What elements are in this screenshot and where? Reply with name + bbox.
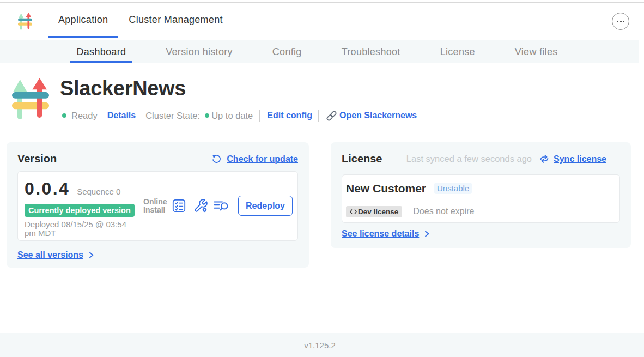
subnav-tab-version-history[interactable]: Version history xyxy=(159,40,239,63)
license-type-label: Dev license xyxy=(358,208,398,216)
navbar-spacer xyxy=(233,3,612,40)
config-wrench-icon[interactable] xyxy=(193,198,208,213)
deployed-timestamp: Deployed 08/15/25 @ 03:54 pm MDT xyxy=(25,220,133,238)
subnav-license-label: License xyxy=(440,46,475,58)
app-header: SlackerNews Ready Details Cluster State:… xyxy=(0,63,644,122)
subnav-tab-dashboard[interactable]: Dashboard xyxy=(70,40,132,63)
app-status-dot xyxy=(62,113,66,118)
deploy-logs-icon[interactable] xyxy=(213,199,230,213)
top-navbar: Application Cluster Management xyxy=(0,3,644,40)
overflow-menu-button[interactable] xyxy=(612,13,629,30)
install-type-label: Online Install xyxy=(143,198,165,215)
redeploy-button[interactable]: Redeploy xyxy=(238,196,293,216)
channel-badge: Unstable xyxy=(434,183,472,194)
version-card-title: Version xyxy=(17,153,57,165)
license-panel: New Customer Unstable Dev license Does n… xyxy=(342,174,620,223)
license-expiry: Does not expire xyxy=(413,207,474,216)
ellipsis-icon xyxy=(617,21,618,22)
subnav-tab-config[interactable]: Config xyxy=(266,40,308,63)
slackernews-logo-icon xyxy=(18,13,32,30)
subnav-tab-view-files[interactable]: View files xyxy=(508,40,564,63)
subnav-version-history-label: Version history xyxy=(166,46,233,58)
app-logo[interactable] xyxy=(18,3,32,40)
subnav-dashboard-label: Dashboard xyxy=(76,46,126,58)
status-divider xyxy=(259,110,260,122)
app-subnav: Dashboard Version history Config Trouble… xyxy=(0,40,639,63)
check-for-update-link[interactable]: Check for update xyxy=(227,154,298,164)
license-card-title: License xyxy=(342,153,382,165)
tab-cluster-management[interactable]: Cluster Management xyxy=(118,3,233,40)
version-number: 0.0.4 xyxy=(25,179,70,199)
see-license-details-link[interactable]: See license details xyxy=(342,229,419,239)
dashboard-cards: Version Check for update 0.0.4 Sequence … xyxy=(7,142,631,268)
code-icon xyxy=(350,209,357,215)
page-title: SlackerNews xyxy=(60,78,417,100)
status-details-link[interactable]: Details xyxy=(107,111,136,120)
tab-cluster-management-label: Cluster Management xyxy=(129,14,222,26)
version-sequence: Sequence 0 xyxy=(77,187,120,196)
footer: v1.125.2 xyxy=(0,333,644,357)
license-card: License Last synced a few seconds ago Sy… xyxy=(331,142,631,248)
tab-application-label: Application xyxy=(58,14,108,26)
sync-icon xyxy=(539,154,549,164)
sync-license-link[interactable]: Sync license xyxy=(554,154,606,164)
cluster-state-dot xyxy=(205,113,209,118)
chevron-right-icon xyxy=(88,251,95,259)
subnav-config-label: Config xyxy=(272,46,302,58)
preflight-checks-icon[interactable] xyxy=(172,198,186,213)
last-synced-label: Last synced a few seconds ago xyxy=(406,154,532,164)
chevron-right-icon xyxy=(423,230,430,238)
license-type-badge: Dev license xyxy=(346,206,402,217)
open-app-link[interactable]: Open Slackernews xyxy=(339,111,417,120)
app-icon xyxy=(12,78,49,119)
main-content: SlackerNews Ready Details Cluster State:… xyxy=(0,63,644,268)
version-card: Version Check for update 0.0.4 Sequence … xyxy=(7,142,309,268)
app-status-row: Ready Details Cluster State: Up to date … xyxy=(60,110,417,122)
tab-application[interactable]: Application xyxy=(48,3,118,40)
status-divider-2 xyxy=(318,110,319,122)
subnav-tab-troubleshoot[interactable]: Troubleshoot xyxy=(335,40,407,63)
edit-config-link[interactable]: Edit config xyxy=(267,111,312,120)
customer-name: New Customer xyxy=(346,182,426,195)
app-status-label: Ready xyxy=(71,111,98,121)
top-nav-tabs: Application Cluster Management xyxy=(48,3,233,40)
cluster-state-label: Cluster State: xyxy=(145,111,200,121)
subnav-tab-license[interactable]: License xyxy=(434,40,482,63)
current-version-panel: 0.0.4 Sequence 0 Currently deployed vers… xyxy=(17,171,298,241)
deployed-badge: Currently deployed version xyxy=(25,204,135,217)
subnav-troubleshoot-label: Troubleshoot xyxy=(342,46,400,58)
console-version: v1.125.2 xyxy=(304,341,336,350)
see-all-versions-link[interactable]: See all versions xyxy=(17,250,83,260)
link-icon xyxy=(325,111,338,121)
cluster-state-value: Up to date xyxy=(211,111,253,121)
subnav-view-files-label: View files xyxy=(515,46,558,58)
refresh-icon xyxy=(211,154,222,164)
